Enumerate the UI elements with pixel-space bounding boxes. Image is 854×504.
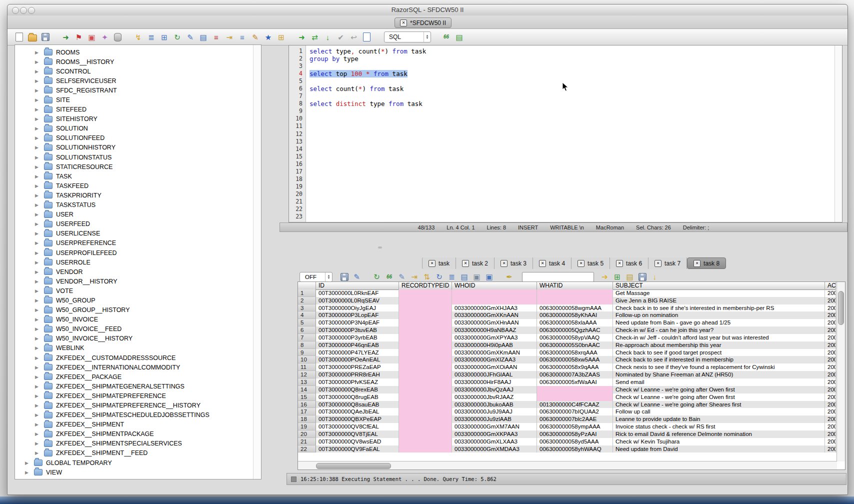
tree-item-zkfedex-shipmatepreference[interactable]: ▶ZKFEDEX__SHIPMATEPREFERENCE <box>15 391 261 400</box>
tree-item-solutionfeed[interactable]: ▶SOLUTIONFEED <box>15 134 261 143</box>
cell-recordtypeid[interactable] <box>399 446 452 453</box>
result-search-input[interactable] <box>522 272 594 282</box>
table-row[interactable]: 2100T3000000QV8wsEAD0033000000GmXLXAA300… <box>298 438 837 446</box>
favorites-star-icon[interactable]: ★ <box>264 32 273 42</box>
cell-ac[interactable]: 200 <box>825 386 836 394</box>
compare-list-icon[interactable]: ≡ <box>212 32 221 42</box>
cell-recordtypeid[interactable] <box>399 349 452 356</box>
table-horizontal-scrollbar[interactable] <box>298 461 837 470</box>
column-header-subject[interactable]: SUBJECT <box>613 282 825 290</box>
cell-ac[interactable]: 200 <box>825 319 836 326</box>
cell-whatid[interactable]: 00630000007bIQUAA2 <box>537 408 613 416</box>
vertical-scroll-thumb[interactable] <box>838 291 844 325</box>
row-number-cell[interactable]: 2 <box>298 297 316 304</box>
tree-item-w50-invoice[interactable]: ▶W50_INVOICE <box>15 315 261 324</box>
database-tree-panel[interactable]: ▶ROOMS▶ROOMS__HISTORY▶SCONTROL▶SELFSERVI… <box>14 44 262 480</box>
cell-id[interactable]: 00T3000000Q8sauEAB <box>316 401 399 408</box>
cell-whatid[interactable]: 006300000058yPzAAI <box>537 430 613 438</box>
table-row[interactable]: 900T3000000P47LYEAZ0033000000GmXKmAAN006… <box>298 349 837 356</box>
cell-recordtypeid[interactable] <box>399 342 452 349</box>
copy-connection-icon[interactable]: ▣ <box>87 32 96 42</box>
cell-recordtypeid[interactable] <box>399 378 452 386</box>
sql-mode-dropdown[interactable]: SQL ▲▼ <box>384 32 431 42</box>
row-number-cell[interactable]: 8 <box>298 342 316 349</box>
cell-whatid[interactable]: 006300000058wgmAAA <box>537 304 613 312</box>
cell-recordtypeid[interactable] <box>399 356 452 364</box>
table-row[interactable]: 2000T3000000QV8TjEAL0033000000GmXKPAA300… <box>298 430 837 438</box>
expand-triangle-icon[interactable]: ▶ <box>35 279 42 284</box>
tree-item-rooms[interactable]: ▶ROOMS <box>15 48 261 57</box>
table-row[interactable]: 1800T3000000QBXPeEAP0033000000Ju9zlAAB00… <box>298 416 837 423</box>
row-number-cell[interactable]: 19 <box>298 423 316 430</box>
table-row[interactable]: 100T3000000L0RknEAFGet Massage200 <box>298 290 837 297</box>
cell-id[interactable]: 00T3000000PfvKSEAZ <box>316 378 399 386</box>
cell-id[interactable]: 00T3000000QAeJbEAL <box>316 408 399 416</box>
copy-results-icon[interactable]: ▣ <box>472 272 482 282</box>
tree-item-vendor[interactable]: ▶VENDOR <box>15 267 261 276</box>
expand-triangle-icon[interactable]: ▶ <box>35 202 42 208</box>
cell-whoid[interactable]: 0033000000GmXLXAA3 <box>452 438 537 446</box>
table-row[interactable]: 300T3000000OiyJgEAJ0033000000GmXHJAA3006… <box>298 304 837 312</box>
table-row[interactable]: 1000T3000000POeAnEAL0033000000GmXIZAA300… <box>298 356 837 364</box>
messages-icon[interactable] <box>362 32 372 42</box>
expand-triangle-icon[interactable]: ▶ <box>35 336 42 341</box>
expand-triangle-icon[interactable]: ▶ <box>35 432 42 436</box>
close-tab-icon[interactable]: ✕ <box>539 260 546 267</box>
cell-subject[interactable]: Send email <box>613 378 825 386</box>
expand-triangle-icon[interactable]: ▶ <box>35 116 42 122</box>
grid-options-icon[interactable]: ≣ <box>447 272 456 282</box>
tree-item-zkfedex-shipmentspecialservices[interactable]: ▶ZKFEDEX__SHIPMENTSPECIALSERVICES <box>15 439 261 448</box>
cell-ac[interactable]: 200 <box>825 401 836 408</box>
cell-whoid[interactable]: 0033000000H9aNBAAZ <box>452 326 537 334</box>
describe-table-icon[interactable]: 66 <box>384 272 394 282</box>
expand-triangle-icon[interactable]: ▶ <box>35 308 42 312</box>
cell-subject[interactable]: Invoice status check - check w/ RS first <box>613 423 825 430</box>
tree-item-solution[interactable]: ▶SOLUTION <box>15 124 261 134</box>
reload-table-icon[interactable]: ↻ <box>434 272 444 282</box>
tree-item-sfdc-registrant[interactable]: ▶SFDC_REGISTRANT <box>15 86 261 95</box>
cell-recordtypeid[interactable] <box>399 312 452 319</box>
tree-item-userprofilefeed[interactable]: ▶USERPROFILEFEED <box>15 248 261 258</box>
tree-item-rooms-history[interactable]: ▶ROOMS__HISTORY <box>15 57 261 66</box>
row-number-cell[interactable]: 14 <box>298 386 316 394</box>
cell-id[interactable]: 00T3000000L0RqSEAV <box>316 297 399 304</box>
cell-whatid[interactable] <box>537 290 613 297</box>
cell-whoid[interactable]: 0033000000GmXKPAA3 <box>452 430 537 438</box>
row-number-cell[interactable]: 6 <box>298 326 316 334</box>
cell-id[interactable]: 00T3000000P47LYEAZ <box>316 349 399 356</box>
row-number-cell[interactable]: 17 <box>298 408 316 416</box>
dropdown-stepper-icon[interactable]: ▲▼ <box>325 272 332 282</box>
expand-triangle-icon[interactable]: ▶ <box>35 69 42 74</box>
expand-triangle-icon[interactable]: ▶ <box>35 136 42 140</box>
tree-item-scontrol[interactable]: ▶SCONTROL <box>15 66 261 76</box>
row-number-cell[interactable]: 16 <box>298 401 316 408</box>
cell-whatid[interactable]: 0013000000C4fFCAAZ <box>537 401 613 408</box>
cell-recordtypeid[interactable] <box>399 371 452 378</box>
editor-vertical-scrollbar[interactable] <box>834 46 842 222</box>
expand-triangle-icon[interactable]: ▶ <box>35 288 42 294</box>
tree-item-userrole[interactable]: ▶USERROLE <box>15 258 261 267</box>
cell-id[interactable]: 00T3000000P3yrbEAB <box>316 334 399 342</box>
cell-recordtypeid[interactable] <box>399 304 452 312</box>
cell-id[interactable]: 00T3000000QV8wsEAD <box>316 438 399 446</box>
row-number-cell[interactable]: 9 <box>298 349 316 356</box>
table-row[interactable]: 400T3000000P3LopEAF0033000000GmXKnAAN006… <box>298 312 837 319</box>
primary-key-icon[interactable]: ✒ <box>504 272 514 282</box>
export-results-icon[interactable]: ⊞ <box>612 272 622 282</box>
rollback-icon[interactable]: ↩ <box>349 32 358 42</box>
cell-id[interactable]: 00T3000000QBXPeEAP <box>316 416 399 423</box>
cell-ac[interactable]: 200 <box>825 430 836 438</box>
row-number-cell[interactable]: 3 <box>298 304 316 312</box>
result-tab-task-5[interactable]: ✕task 5 <box>572 258 610 269</box>
help-book-icon[interactable]: ▤ <box>198 32 208 42</box>
row-number-cell[interactable]: 7 <box>298 334 316 342</box>
cell-subject[interactable]: Check w/ Leanne - we're going after Owen… <box>613 394 825 401</box>
insert-row-icon[interactable]: ⇥ <box>410 272 419 282</box>
download-results-icon[interactable]: ↓ <box>650 272 660 282</box>
cell-recordtypeid[interactable] <box>399 438 452 446</box>
cell-subject[interactable]: Give Jenn a BIG RAISE <box>613 297 825 304</box>
cell-whatid[interactable] <box>537 386 613 394</box>
horizontal-scroll-thumb[interactable] <box>316 463 391 469</box>
tree-item-vote[interactable]: ▶VOTE <box>15 286 261 296</box>
cell-recordtypeid[interactable] <box>399 423 452 430</box>
